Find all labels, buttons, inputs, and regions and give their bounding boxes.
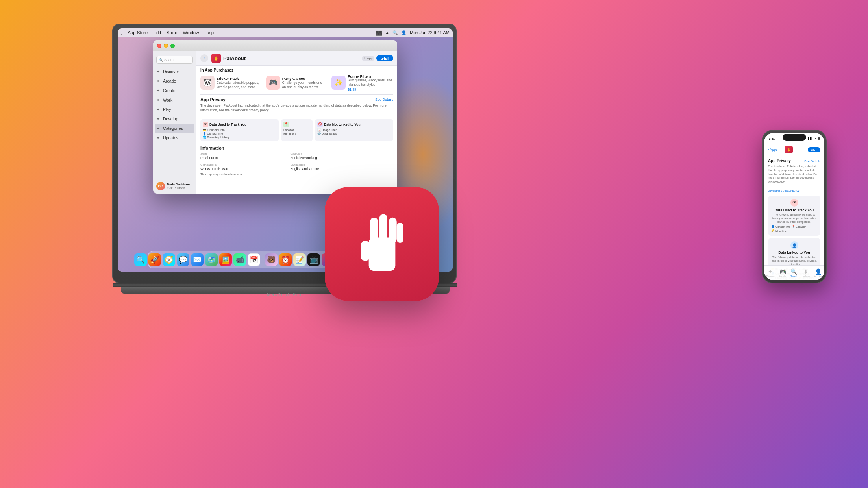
dock-photos[interactable]: 🖼️ (219, 253, 232, 266)
sidebar-item-categories[interactable]: ✦ Categories (155, 124, 194, 133)
nav-discover-label: Discover (766, 275, 775, 277)
dock-finder[interactable]: 🔍 (134, 253, 147, 266)
track-you-card: 👁 Data Used to Track You 💳 Financial Inf… (200, 119, 279, 141)
category-value: Social Networking (291, 156, 378, 160)
iphone-tag-location: 📍 Location (792, 225, 806, 228)
iap-icon-sticker: 🐼 (200, 76, 215, 90)
close-button[interactable] (157, 44, 161, 48)
nav-account-icon: 👤 (815, 268, 822, 275)
nav-search-icon: 🔍 (790, 268, 797, 275)
appstore-window: 🔍 Search ✦ Discover ✦ Arcade ✦ (153, 40, 397, 194)
maximize-button[interactable] (170, 44, 175, 48)
sidebar-item-develop[interactable]: ✦ Develop (153, 114, 196, 124)
track-item-browsing: 🌐 Browsing History (203, 135, 276, 139)
compatibility-value: Works on this Mac (200, 167, 287, 171)
nav-arcade[interactable]: 🎮 Arcade (779, 268, 786, 277)
iap-price-filters: $1.99 (348, 87, 393, 91)
track-icon-row: 👁 Data Used to Track You (203, 122, 276, 127)
menu-store[interactable]: Store (167, 30, 178, 35)
seller-label: Seller (200, 152, 287, 155)
iphone-linked-subtitle: The following data may be collected and … (771, 255, 817, 266)
sidebar-item-work[interactable]: ✦ Work (153, 95, 196, 105)
iap-icon-filters: ✨ (331, 76, 346, 90)
apple-menu[interactable]:  (121, 30, 123, 36)
updates-icon: ✦ (156, 135, 161, 140)
sidebar-item-arcade[interactable]: ✦ Arcade (153, 76, 196, 86)
minimize-button[interactable] (164, 44, 168, 48)
dock-mail[interactable]: ✉️ (191, 253, 204, 266)
develop-icon: ✦ (156, 116, 161, 121)
sidebar-item-create[interactable]: ✦ Create (153, 86, 196, 95)
macbook-label: MacBook Pro (267, 292, 302, 297)
privacy-header: App Privacy See Details (200, 97, 393, 102)
info-section: Information Seller PalAbout Inc. Categor… (196, 143, 397, 178)
dock-safari[interactable]: 🧭 (163, 253, 175, 266)
sidebar-item-play[interactable]: ✦ Play (153, 105, 196, 114)
linked-circle-icon: 👤 (790, 241, 798, 249)
browsing-icon: 🌐 (203, 135, 206, 139)
dock-calendar[interactable]: 📅 (248, 253, 260, 266)
get-button[interactable]: GET (376, 55, 393, 61)
dock-messages[interactable]: 💬 (177, 253, 189, 266)
location-item: Location (283, 128, 310, 132)
menu-help[interactable]: Help (205, 30, 214, 35)
dock-notes[interactable]: 📝 (293, 253, 306, 266)
dock-bear[interactable]: 🐻 (265, 253, 278, 266)
contact-tag-icon: 👤 (771, 225, 775, 228)
menu-appstore[interactable]: App Store (128, 30, 148, 35)
sidebar-item-updates[interactable]: ✦ Updates (153, 133, 196, 142)
iphone-privacy-title: App Privacy (768, 159, 791, 163)
iap-desc-filters: Silly glasses, wacky hats, and hilarious… (348, 78, 393, 87)
account-section[interactable]: DD Darla Davidson $29.97 Credit (153, 182, 196, 190)
iphone-see-details[interactable]: See Details (804, 159, 820, 163)
iap-info-sticker: Sticker Pack Cute cats, adorable puppies… (217, 76, 262, 89)
iphone-nav-bar: ✦ Discover 🎮 Arcade 🔍 Search ⬇ Updates 👤 (764, 265, 824, 280)
dock-tv[interactable]: 📺 (307, 253, 320, 266)
diagnostics-icon: ⚙️ (317, 132, 321, 135)
sidebar: 🔍 Search ✦ Discover ✦ Arcade ✦ (153, 51, 196, 194)
menu-window[interactable]: Window (183, 30, 199, 35)
not-linked-icon-row: 🚫 Data Not Linked to You (317, 122, 391, 127)
sidebar-label-categories: Categories (163, 126, 183, 131)
sidebar-label-work: Work (163, 98, 172, 102)
nav-discover-icon: ✦ (768, 268, 773, 275)
location-icon: 📍 (283, 122, 289, 127)
iphone-track-box: 👁 Data Used to Track You The following d… (768, 196, 820, 236)
usage-icon: 📊 (317, 128, 321, 132)
nav-search[interactable]: 🔍 Search (790, 268, 797, 277)
sidebar-item-discover[interactable]: ✦ Discover (153, 67, 196, 76)
nav-account[interactable]: 👤 Account (814, 268, 822, 277)
see-details-link[interactable]: See Details (375, 98, 393, 102)
iphone-back-button[interactable]: ‹ Apps (768, 148, 778, 152)
language-value: English and 7 more (291, 167, 378, 171)
iap-item-filters: ✨ Funny Filters Silly glasses, wacky hat… (331, 74, 393, 91)
dock-facetime[interactable]: 📹 (233, 253, 246, 266)
back-button[interactable]: ‹ (200, 54, 208, 62)
dock-reminders[interactable]: ⏰ (279, 253, 292, 266)
iphone-get-button[interactable]: GET (808, 147, 820, 152)
language-info: Languages English and 7 more (291, 163, 378, 171)
seller-value: PalAbout Inc. (200, 156, 287, 160)
nav-discover[interactable]: ✦ Discover (766, 268, 775, 277)
content-header: ‹ ✋ PalAbout In App GET (196, 51, 397, 66)
menu-edit[interactable]: Edit (153, 30, 161, 35)
search-bar[interactable]: 🔍 Search (156, 56, 193, 64)
privacy-policy-link[interactable]: developer's privacy policy (768, 189, 800, 192)
iap-info-party: Party Games Challenge your friends one-o… (282, 76, 328, 89)
dock-maps[interactable]: 🗺️ (205, 253, 218, 266)
header-right: In App GET (362, 55, 393, 61)
iphone-content: App Privacy See Details The developer, P… (764, 155, 824, 280)
arcade-icon: ✦ (156, 79, 161, 83)
sidebar-label-create: Create (163, 88, 176, 93)
iphone-track-subtitle: The following data may be used to track … (771, 213, 817, 224)
location-icon-row: 📍 (283, 122, 310, 127)
account-credit: $29.97 Credit (167, 186, 190, 190)
search-menubar-icon[interactable]: 🔍 (392, 30, 398, 35)
svg-rect-5 (396, 223, 403, 243)
iap-section-label: In App Purchases (196, 66, 397, 74)
nav-arcade-label: Arcade (779, 275, 786, 277)
sidebar-label-play: Play (163, 107, 171, 112)
dock-launchpad[interactable]: 🚀 (148, 253, 161, 266)
svg-rect-1 (361, 241, 370, 261)
nav-updates[interactable]: ⬇ Updates (802, 268, 810, 277)
